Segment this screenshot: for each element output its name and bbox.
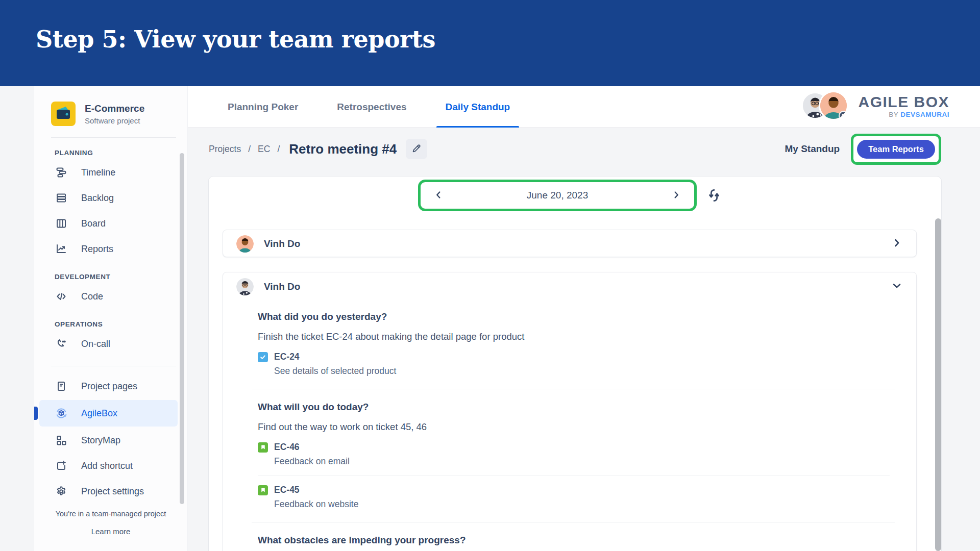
ticket-item[interactable]: EC-24 See details of selected product [258,352,890,377]
sidebar-item-backlog[interactable]: Backlog [34,185,187,211]
report-card-header[interactable]: Vinh Do [223,272,916,301]
tab-label: Planning Poker [228,102,298,113]
chevron-down-icon [891,280,903,294]
section-label-planning: PLANNING [34,138,187,160]
agilebox-cube-icon [55,407,68,420]
sidebar-item-project-pages[interactable]: Project pages [34,373,187,399]
ticket-key[interactable]: EC-46 [274,442,300,453]
avatar [820,92,847,119]
question-title: What did you do yesterday? [258,311,890,322]
sidebar-item-label: Board [81,218,106,229]
timeline-icon [55,166,68,179]
next-day-button[interactable] [671,189,682,202]
brand-title: AGILE BOX [858,93,949,111]
tab-daily-standup[interactable]: Daily Standup [443,86,513,128]
edit-title-button[interactable] [406,139,427,159]
team-reports-button[interactable]: Team Reports [857,140,935,159]
avatar [236,278,254,295]
sidebar-item-label: On-call [81,339,110,349]
byline-company[interactable]: DEVSAMURAI [900,111,949,118]
ticket-key[interactable]: EC-45 [274,485,300,495]
storymap-icon [55,434,68,447]
code-icon [55,290,68,303]
brand-avatars [803,92,846,119]
ticket-summary: See details of selected product [274,366,890,377]
chevron-left-icon [433,189,444,202]
question-block-today: What will you do today? Find out the way… [258,402,890,522]
question-title: What obstacles are impeding your progres… [258,535,890,546]
sidebar-item-label: Reports [81,244,113,255]
team-managed-note: You're in a team-managed project [34,510,187,518]
question-block-yesterday: What did you do yesterday? Finish the ti… [258,311,890,389]
sidebar-item-label: Project settings [81,486,144,497]
sidebar-item-reports[interactable]: Reports [34,236,187,262]
ticket-summary: Feedback on email [274,456,890,467]
learn-more-link[interactable]: Learn more [34,527,187,536]
ticket-item[interactable]: EC-46 Feedback on email [258,442,890,467]
story-type-icon [258,485,268,495]
sidebar-item-project-settings[interactable]: Project settings [34,479,187,504]
breadcrumb-project-key[interactable]: EC [258,144,270,155]
section-label-development: DEVELOPMENT [34,262,187,284]
step-banner: Step 5: View your team reports [0,0,980,86]
backlog-icon [55,191,68,205]
refresh-button[interactable] [706,188,722,205]
phone-icon [55,337,68,350]
sidebar-item-board[interactable]: Board [34,211,187,236]
breadcrumb-row: Projects / EC / Retro meeting #4 My Stan… [209,136,941,162]
task-type-icon [258,352,268,362]
add-shortcut-icon [55,459,68,472]
ticket-summary: Feedback on website [274,499,890,510]
sidebar-item-label: StoryMap [81,435,120,446]
sidebar-item-oncall[interactable]: On-call [34,331,187,357]
sidebar-item-label: Add shortcut [81,461,133,471]
sidebar-item-code[interactable]: Code [34,284,187,309]
main-area: Planning Poker Retrospectives Daily Stan… [188,86,980,551]
annotation-highlight-box: Team Reports [851,134,941,165]
top-tabbar: Planning Poker Retrospectives Daily Stan… [188,86,980,128]
sidebar-item-label: Timeline [81,167,115,178]
project-title-block: E-Commerce Software project [85,103,144,125]
project-header[interactable]: E-Commerce Software project [34,102,187,126]
brand-text: AGILE BOX BY DEVSAMURAI [858,93,949,118]
team-reports-panel: June 20, 2023 [208,176,942,551]
section-label-operations: OPERATIONS [34,309,187,331]
screen: Step 5: View your team reports E-Commerc… [0,0,980,551]
breadcrumb-projects[interactable]: Projects [209,144,241,155]
sidebar-item-label: AgileBox [81,408,117,419]
section-divider [252,389,895,389]
sidebar-item-label: Code [81,291,103,302]
sidebar-footer: You're in a team-managed project Learn m… [34,510,187,536]
refresh-icon [706,197,722,205]
chevron-right-icon [891,237,903,251]
avatar [236,235,254,253]
question-title: What will you do today? [258,402,890,413]
pencil-icon [411,143,422,156]
sidebar-item-agilebox[interactable]: AgileBox [39,400,178,427]
ticket-item[interactable]: EC-45 Feedback on website [258,485,890,510]
brand-byline: BY DEVSAMURAI [858,111,949,118]
agilebox-brand: AGILE BOX BY DEVSAMURAI [803,92,949,119]
question-answer: Find out the way to work on ticket 45, 4… [258,421,890,433]
member-name: Vinh Do [264,238,300,249]
sidebar-item-storymap[interactable]: StoryMap [34,428,187,453]
tab-retrospectives[interactable]: Retrospectives [334,86,409,128]
story-type-icon [258,442,268,453]
content-scrollbar[interactable] [935,218,941,551]
active-indicator [34,407,38,420]
tab-planning-poker[interactable]: Planning Poker [225,86,301,128]
my-standup-button[interactable]: My Standup [785,143,840,155]
project-name: E-Commerce [85,103,144,114]
sidebar-item-label: Project pages [81,381,137,392]
ticket-key[interactable]: EC-24 [274,352,300,362]
report-card-header[interactable]: Vinh Do [223,230,916,258]
project-type: Software project [85,116,144,125]
project-avatar-wallet-icon [51,102,76,126]
ticket-divider [258,475,890,475]
chevron-right-icon [671,189,682,202]
sidebar-scrollbar[interactable] [180,153,184,504]
sidebar-item-add-shortcut[interactable]: Add shortcut [34,453,187,479]
project-sidebar: E-Commerce Software project PLANNING Tim… [34,86,187,551]
previous-day-button[interactable] [433,189,444,202]
sidebar-item-timeline[interactable]: Timeline [34,160,187,185]
